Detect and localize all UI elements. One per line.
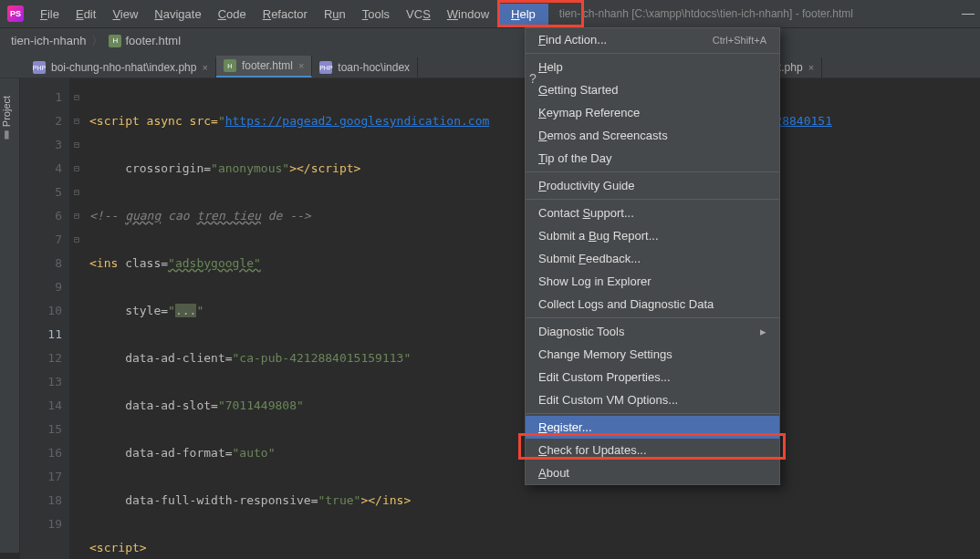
menu-showlog[interactable]: Show Log in Explorer <box>526 270 779 293</box>
menu-getting-started[interactable]: Getting Started <box>526 78 779 101</box>
tab-1[interactable]: Hfooter.html× <box>216 56 312 78</box>
menu-diag[interactable]: Diagnostic Tools▸ <box>526 320 779 343</box>
crumb-file-label: footer.html <box>125 34 181 47</box>
menu-find-action[interactable]: Find Action...Ctrl+Shift+A <box>526 28 779 51</box>
menu-memory[interactable]: Change Memory Settings <box>526 343 779 366</box>
close-icon[interactable]: × <box>202 62 207 73</box>
submenu-arrow-icon: ▸ <box>760 325 766 338</box>
app-icon: PS <box>7 5 24 22</box>
menu-window[interactable]: Window <box>440 4 496 25</box>
menu-demos[interactable]: Demos and Screencasts <box>526 124 779 147</box>
menu-feedback[interactable]: Submit Feedback... <box>526 247 779 270</box>
side-toolbar: Project ▮ <box>0 78 20 553</box>
window-title: tien-ich-nhanh [C:\xampp\htdocs\tien-ich… <box>559 7 853 20</box>
php-icon: PHP <box>319 61 332 74</box>
menubar: File Edit View Navigate Code Refactor Ru… <box>33 4 548 25</box>
close-icon[interactable]: × <box>808 62 814 73</box>
menu-edit[interactable]: Edit <box>68 4 103 25</box>
menu-bug[interactable]: Submit a Bug Report... <box>526 224 779 247</box>
menu-vm[interactable]: Edit Custom VM Options... <box>526 388 779 411</box>
window-controls: — <box>962 5 975 20</box>
gutter: 1234 5678 9101112 13141516 171819 <box>20 78 69 559</box>
menu-help[interactable]: Help <box>498 4 548 25</box>
project-toolwindow-button[interactable]: Project <box>1 96 12 127</box>
breadcrumb-bar: tien-ich-nhanh 〉 H footer.html <box>0 27 980 53</box>
crumb-project-label: tien-ich-nhanh <box>11 34 86 47</box>
menu-run[interactable]: Run <box>317 4 353 25</box>
close-icon[interactable]: × <box>298 60 304 71</box>
menu-collect[interactable]: Collect Logs and Diagnostic Data <box>526 293 779 316</box>
php-icon: PHP <box>33 61 46 74</box>
tab-2[interactable]: PHPtoan-hoc\index <box>312 57 418 78</box>
menu-code[interactable]: Code <box>211 4 254 25</box>
menu-productivity[interactable]: Productivity Guide <box>526 174 779 197</box>
minimize-icon[interactable]: — <box>962 5 975 20</box>
menu-keymap[interactable]: Keymap Reference <box>526 101 779 124</box>
menu-vcs[interactable]: VCS <box>399 4 438 25</box>
menu-updates[interactable]: Check for Updates... <box>526 439 779 461</box>
help-menu-dropdown: Find Action...Ctrl+Shift+A Help Getting … <box>525 27 780 485</box>
help-question-icon: ? <box>529 71 537 86</box>
menu-contact[interactable]: Contact Support... <box>526 202 779 224</box>
folder-icon: ▮ <box>4 128 10 140</box>
menu-tools[interactable]: Tools <box>355 4 397 25</box>
menu-file[interactable]: File <box>33 4 67 25</box>
fold-column: ⊟⊟⊟⊟⊟⊟⊟ <box>69 78 84 559</box>
crumb-separator: 〉 <box>91 33 103 49</box>
menu-refactor[interactable]: Refactor <box>255 4 315 25</box>
crumb-project[interactable]: tien-ich-nhanh <box>11 34 86 47</box>
editor[interactable]: 1234 5678 9101112 13141516 171819 ⊟⊟⊟⊟⊟⊟… <box>20 78 980 559</box>
html-file-icon: H <box>109 35 121 47</box>
menu-help-item[interactable]: Help <box>526 56 779 78</box>
menu-view[interactable]: View <box>105 4 145 25</box>
tab-bar: PHPboi-chung-nho-nhat\index.php× Hfooter… <box>0 53 980 78</box>
menu-props[interactable]: Edit Custom Properties... <box>526 366 779 388</box>
titlebar: PS File Edit View Navigate Code Refactor… <box>0 0 980 27</box>
html-icon: H <box>224 59 236 72</box>
menu-navigate[interactable]: Navigate <box>147 4 208 25</box>
menu-register[interactable]: Register... <box>526 416 779 439</box>
crumb-file[interactable]: H footer.html <box>109 34 181 47</box>
tab-0[interactable]: PHPboi-chung-nho-nhat\index.php× <box>26 57 216 78</box>
menu-tip[interactable]: Tip of the Day <box>526 147 779 170</box>
menu-about[interactable]: About <box>526 461 779 484</box>
